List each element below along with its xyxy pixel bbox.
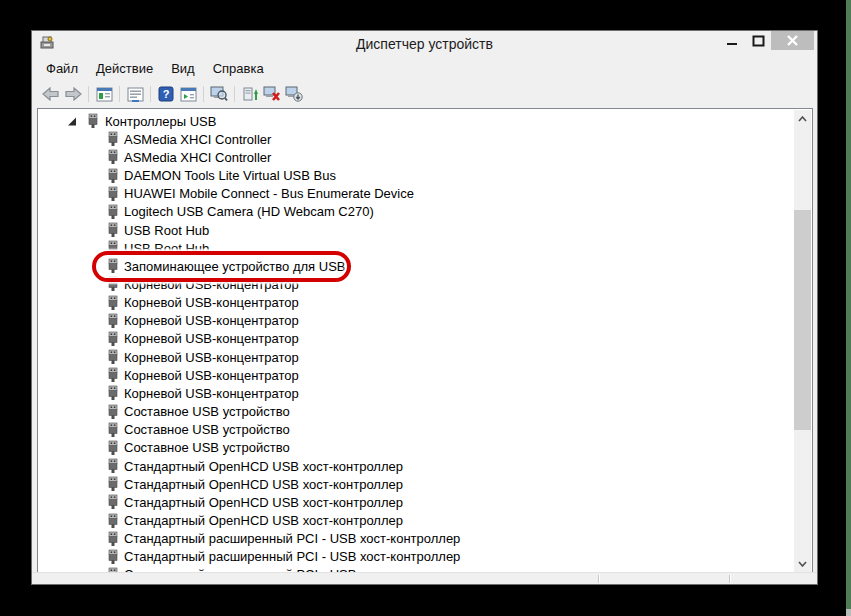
menu-help[interactable]: Справка [204,58,273,79]
tree-item-label: Корневой USB-концентратор [124,313,299,328]
tree-item-label: HUAWEI Mobile Connect - Bus Enumerate De… [124,186,414,201]
tree-item-label: Корневой USB-концентратор [124,295,299,310]
show-window-icon[interactable] [177,83,199,105]
usb-device-icon [107,349,119,365]
tree-item-row[interactable]: DAEMON Tools Lite Virtual USB Bus [38,166,792,184]
tree-item-label: Составное USB устройство [124,422,290,437]
usb-device-icon [107,422,119,438]
vertical-scrollbar[interactable] [794,110,811,572]
minimize-button[interactable] [719,31,745,50]
usb-device-icon [107,149,119,165]
usb-device-icon [107,168,119,184]
tree-item-label: Стандартный расширенный PCI - USB хост-к… [124,531,460,546]
usb-device-icon [107,131,119,147]
menu-view[interactable]: Вид [162,58,204,79]
tree-item-label: Стандартный OpenHCD USB хост-контроллер [124,495,403,510]
tree-item-row[interactable]: Стандартный OpenHCD USB хост-контроллер [38,511,792,529]
tree-item-row[interactable]: ASMedia XHCI Controller [38,148,792,166]
tree-item-label: Корневой USB-концентратор [124,386,299,401]
toolbar: ? [32,80,817,108]
close-button[interactable] [771,31,814,50]
toolbar-separator [119,86,120,102]
tree-item-label: Составное USB устройство [124,404,290,419]
tree-item-row[interactable]: USB Root Hub [38,239,792,257]
tree-item-row[interactable]: Корневой USB-концентратор [38,330,792,348]
usb-device-icon [107,276,119,292]
tree-item-row[interactable]: Составное USB устройство [38,403,792,421]
tree-item-row[interactable]: ASMedia XHCI Controller [38,130,792,148]
tree-item-label: Запоминающее устройство для USB [124,259,345,274]
tree-item-label: ASMedia XHCI Controller [124,132,271,147]
tree-item-label: USB Root Hub [124,223,209,238]
tree-category-row[interactable]: Контроллеры USB [38,112,792,130]
scroll-up-icon[interactable] [794,110,811,127]
tree-item-row[interactable]: HUAWEI Mobile Connect - Bus Enumerate De… [38,185,792,203]
maximize-button[interactable] [745,31,771,50]
usb-device-icon [107,258,119,274]
usb-device-icon [107,222,119,238]
tree-item-label: Составное USB устройство [124,440,290,455]
toolbar-separator [203,86,204,102]
uninstall-device-icon[interactable] [261,83,283,105]
tree-item-row[interactable]: Стандартный OpenHCD USB хост-контроллер [38,457,792,475]
help-icon[interactable]: ? [155,83,177,105]
usb-device-icon [107,313,119,329]
tree-item-label: Стандартный OpenHCD USB хост-контроллер [124,513,403,528]
tree-item-label: Корневой USB-концентратор [124,331,299,346]
tree-item-row[interactable]: Стандартный OpenHCD USB хост-контроллер [38,475,792,493]
tree-item-row[interactable]: Стандартный расширенный PCI - USB хост-к… [38,530,792,548]
menu-file[interactable]: Файл [37,58,87,79]
tree-item-row[interactable]: Составное USB устройство [38,439,792,457]
expander-icon[interactable] [68,117,77,126]
tree-item-row[interactable]: Корневой USB-концентратор [38,275,792,293]
tree-item-row[interactable]: Запоминающее устройство для USB [38,257,792,275]
tree-item-label: Стандартный расширенный PCI - USB хост-к… [124,549,460,564]
usb-device-icon [107,513,119,529]
update-driver-icon[interactable] [239,83,261,105]
tree-item-label: DAEMON Tools Lite Virtual USB Bus [124,168,336,183]
statusbar-separator [598,575,600,583]
tree-item-row[interactable]: Составное USB устройство [38,421,792,439]
scroll-down-icon[interactable] [794,555,811,572]
usb-device-icon [107,295,119,311]
usb-device-icon [107,440,119,456]
titlebar[interactable]: Диспетчер устройств [32,31,817,57]
tree-item-row[interactable]: Корневой USB-концентратор [38,348,792,366]
tree-item-label: Logitech USB Camera (HD Webcam C270) [124,204,374,219]
tree-item-label: Корневой USB-концентратор [124,350,299,365]
tree-item-row[interactable]: Корневой USB-концентратор [38,384,792,402]
tree-item-row[interactable]: Корневой USB-концентратор [38,366,792,384]
toolbar-separator [234,86,235,102]
usb-device-icon [87,113,99,129]
scan-hardware-changes-icon[interactable] [208,83,230,105]
usb-device-icon [107,476,119,492]
tree-item-row[interactable]: Корневой USB-концентратор [38,312,792,330]
tree-item-row[interactable]: Стандартный расширенный PCI - USB хост-к… [38,548,792,566]
svg-text:?: ? [163,88,170,100]
back-icon[interactable] [40,83,62,105]
tree-item-row[interactable]: Стандартный OpenHCD USB хост-контроллер [38,493,792,511]
tree-item-row[interactable]: Корневой USB-концентратор [38,294,792,312]
properties-icon[interactable] [124,83,146,105]
device-tree-panel: Контроллеры USBASMedia XHCI ControllerAS… [37,108,813,574]
tree-item-label: Корневой USB-концентратор [124,368,299,383]
tree-item-label: Стандартный OpenHCD USB хост-контроллер [124,459,403,474]
tree-item-label: USB Root Hub [124,241,209,256]
menu-action[interactable]: Действие [87,58,162,79]
show-console-tree-icon[interactable] [93,83,115,105]
scrollbar-thumb[interactable] [794,210,811,430]
usb-device-icon [107,367,119,383]
screenshot-edge-artifact [846,0,851,616]
usb-device-icon [107,385,119,401]
forward-icon[interactable] [62,83,84,105]
usb-device-icon [107,186,119,202]
tree-item-row[interactable]: Logitech USB Camera (HD Webcam C270) [38,203,792,221]
tree-item-label: ASMedia XHCI Controller [124,150,271,165]
tree-item-label: Корневой USB-концентратор [124,277,299,292]
disable-device-icon[interactable] [283,83,305,105]
usb-device-icon [107,458,119,474]
tree-item-label: Контроллеры USB [105,114,216,129]
device-manager-window: Диспетчер устройств Файл Действие Вид Сп… [31,30,818,585]
tree-item-row[interactable]: USB Root Hub [38,221,792,239]
tree-item-label: Стандартный OpenHCD USB хост-контроллер [124,477,403,492]
